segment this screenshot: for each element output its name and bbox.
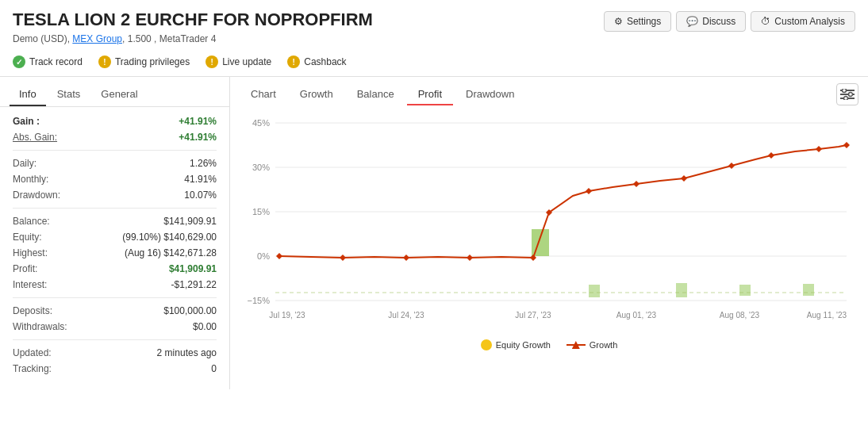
tab-info[interactable]: Info xyxy=(10,83,46,106)
divider-4 xyxy=(13,339,217,340)
badge-live-update-label: Live update xyxy=(222,56,271,67)
chart-tab-drawdown[interactable]: Drawdown xyxy=(455,84,525,105)
equity-growth-dot xyxy=(481,339,492,350)
svg-marker-23 xyxy=(340,255,346,261)
svg-marker-32 xyxy=(768,152,774,159)
stats-section: Gain : +41.91% Abs. Gain: +41.91% Daily:… xyxy=(0,107,229,383)
mex-group-link[interactable]: MEX Group xyxy=(72,33,122,44)
settings-button[interactable]: ⚙ Settings xyxy=(604,11,671,32)
svg-marker-25 xyxy=(467,255,473,261)
stat-interest: Interest: -$1,291.22 xyxy=(13,277,217,293)
stat-highest-value: (Aug 16) $142,671.28 xyxy=(125,247,217,258)
legend-equity-growth: Equity Growth xyxy=(481,339,551,350)
svg-text:0%: 0% xyxy=(257,251,270,261)
badges-row: ✓ Track record ! Trading privileges ! Li… xyxy=(13,51,855,73)
stat-drawdown-label: Drawdown: xyxy=(13,190,60,201)
stat-interest-value: -$1,291.22 xyxy=(171,279,217,290)
legend-growth: Growth xyxy=(567,339,617,350)
chart-tabs-row: Chart Growth Balance Profit Drawdown xyxy=(240,83,858,105)
stat-updated-value: 2 minutes ago xyxy=(157,347,217,358)
settings-icon: ⚙ xyxy=(614,16,623,27)
chart-tab-growth[interactable]: Growth xyxy=(289,84,344,105)
badge-cashback-label: Cashback xyxy=(304,56,346,67)
svg-rect-16 xyxy=(532,229,549,256)
svg-text:−15%: −15% xyxy=(248,296,271,305)
stat-profit-label: Profit: xyxy=(13,263,37,274)
stat-abs-gain-label: Abs. Gain: xyxy=(13,132,57,143)
stat-withdrawals-value: $0.00 xyxy=(193,321,217,332)
svg-marker-33 xyxy=(816,146,822,152)
stat-tracking: Tracking: 0 xyxy=(13,361,217,377)
svg-marker-29 xyxy=(633,181,639,187)
stat-withdrawals-label: Withdrawals: xyxy=(13,321,67,332)
warn-icon-3: ! xyxy=(287,56,300,68)
check-icon: ✓ xyxy=(13,56,25,68)
legend-growth-label: Growth xyxy=(590,340,617,350)
svg-rect-17 xyxy=(589,285,600,297)
discuss-icon: 💬 xyxy=(686,16,698,27)
badge-track-record-label: Track record xyxy=(29,56,83,67)
svg-marker-34 xyxy=(843,142,850,148)
chart-tab-profit[interactable]: Profit xyxy=(407,84,453,105)
chart-tabs: Chart Growth Balance Profit Drawdown xyxy=(240,84,525,105)
stat-monthly-label: Monthly: xyxy=(13,174,48,185)
stat-daily-value: 1.26% xyxy=(190,158,217,169)
stat-balance: Balance: $141,909.91 xyxy=(13,213,217,229)
settings-label: Settings xyxy=(627,16,661,27)
stat-tracking-value: 0 xyxy=(211,363,217,374)
stat-interest-label: Interest: xyxy=(13,279,47,290)
badge-cashback: ! Cashback xyxy=(287,56,346,68)
svg-rect-19 xyxy=(739,285,751,296)
stat-deposits-label: Deposits: xyxy=(13,305,52,316)
stat-equity: Equity: (99.10%) $140,629.00 xyxy=(13,229,217,245)
stat-equity-value: (99.10%) $140,629.00 xyxy=(122,232,217,243)
svg-rect-18 xyxy=(676,283,687,297)
badge-trading-privileges: ! Trading privileges xyxy=(98,56,190,68)
stat-withdrawals: Withdrawals: $0.00 xyxy=(13,319,217,335)
stat-drawdown: Drawdown: 10.07% xyxy=(13,187,217,203)
stat-monthly-value: 41.91% xyxy=(184,174,217,185)
warn-icon-2: ! xyxy=(205,56,218,68)
custom-analysis-button[interactable]: ⏱ Custom Analysis xyxy=(751,11,855,32)
svg-text:Jul 24, '23: Jul 24, '23 xyxy=(388,311,424,320)
page-subtitle: Demo (USD), MEX Group, 1.500 , MetaTrade… xyxy=(13,33,855,44)
warn-icon-1: ! xyxy=(98,56,111,68)
tab-stats[interactable]: Stats xyxy=(48,83,90,106)
chart-tab-chart[interactable]: Chart xyxy=(240,84,287,105)
stat-drawdown-value: 10.07% xyxy=(184,190,217,201)
chart-svg: 45% 30% 15% 0% −15% xyxy=(240,112,858,334)
svg-text:45%: 45% xyxy=(252,118,270,128)
svg-marker-24 xyxy=(403,255,409,261)
divider-2 xyxy=(13,208,217,209)
stat-daily: Daily: 1.26% xyxy=(13,155,217,171)
stat-profit-value: $41,909.91 xyxy=(169,263,217,274)
stat-gain: Gain : +41.91% xyxy=(13,113,217,129)
legend-equity-label: Equity Growth xyxy=(496,340,551,350)
svg-marker-28 xyxy=(586,188,592,194)
right-panel: Chart Growth Balance Profit Drawdown xyxy=(230,77,868,389)
filter-icon[interactable] xyxy=(836,83,858,105)
discuss-button[interactable]: 💬 Discuss xyxy=(676,11,746,32)
divider-1 xyxy=(13,150,217,151)
svg-text:Aug 08, '23: Aug 08, '23 xyxy=(720,311,760,320)
stat-balance-value: $141,909.91 xyxy=(163,216,217,227)
stat-highest: Highest: (Aug 16) $142,671.28 xyxy=(13,245,217,261)
left-tabs: Info Stats General xyxy=(0,83,229,107)
stat-updated: Updated: 2 minutes ago xyxy=(13,345,217,361)
svg-text:15%: 15% xyxy=(252,207,270,216)
tab-general[interactable]: General xyxy=(91,83,147,106)
svg-text:Aug 11, '23: Aug 11, '23 xyxy=(807,311,847,320)
custom-analysis-label: Custom Analysis xyxy=(774,16,845,27)
svg-point-5 xyxy=(844,97,848,101)
svg-point-4 xyxy=(849,93,853,97)
svg-rect-20 xyxy=(803,284,814,296)
svg-text:30%: 30% xyxy=(252,163,270,172)
stat-deposits: Deposits: $100,000.00 xyxy=(13,303,217,319)
stat-balance-label: Balance: xyxy=(13,216,50,227)
stat-gain-label: Gain : xyxy=(13,116,40,127)
stat-deposits-value: $100,000.00 xyxy=(163,305,217,316)
stat-abs-gain: Abs. Gain: +41.91% xyxy=(13,129,217,145)
chart-tab-balance[interactable]: Balance xyxy=(346,84,405,105)
clock-icon: ⏱ xyxy=(761,16,770,27)
stat-daily-label: Daily: xyxy=(13,158,36,169)
